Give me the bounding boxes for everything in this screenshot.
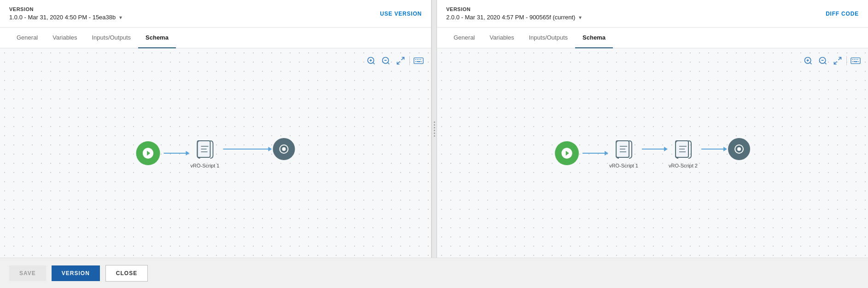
svg-point-21 [282, 147, 285, 151]
left-version-header: Version 1.0.0 - Mar 31, 2020 4:50 PM - 1… [0, 0, 431, 28]
svg-line-8 [397, 62, 400, 64]
right-tab-inputs-outputs[interactable]: Inputs/Outputs [521, 28, 575, 48]
left-start-node [136, 141, 160, 165]
right-script-node-2: vRO-Script 2 [669, 138, 698, 168]
right-tabs: General Variables Inputs/Outputs Schema [437, 28, 868, 48]
svg-line-7 [402, 58, 404, 60]
svg-line-28 [825, 63, 827, 64]
left-arrow-1 [164, 153, 187, 154]
left-end-node [273, 138, 295, 160]
right-canvas-divider [846, 56, 847, 65]
right-end-node [728, 138, 750, 160]
right-tab-variables[interactable]: Variables [482, 28, 521, 48]
left-keyboard-icon[interactable] [413, 55, 425, 67]
svg-line-31 [834, 62, 837, 64]
right-tab-general[interactable]: General [446, 28, 482, 48]
right-schema-canvas: vRO-Script 1 vRO-Script 2 [437, 48, 868, 258]
left-zoom-in-icon[interactable] [365, 55, 377, 67]
splitter-dot-1 [434, 121, 435, 123]
left-flow-diagram: vRO-Script 1 [136, 138, 295, 168]
left-version-chevron-icon[interactable]: ▾ [119, 14, 122, 21]
left-schema-canvas: vRO-Script 1 [0, 48, 431, 258]
svg-rect-9 [414, 58, 423, 64]
left-arrow-2 [223, 149, 269, 150]
right-start-node [555, 141, 579, 165]
splitter-dot-4 [434, 130, 435, 131]
splitter-dot-6 [434, 135, 435, 137]
svg-line-5 [388, 63, 390, 64]
right-version-header: Version 2.0.0 - Mar 31, 2020 4:57 PM - 9… [437, 0, 868, 28]
splitter-dot-2 [434, 124, 435, 126]
left-version-selector[interactable]: 1.0.0 - Mar 31, 2020 4:50 PM - 15ea38b ▾ [9, 14, 122, 21]
left-tab-variables[interactable]: Variables [45, 28, 84, 48]
splitter-dot-5 [434, 132, 435, 134]
right-zoom-in-icon[interactable] [802, 55, 814, 67]
right-keyboard-icon[interactable] [850, 55, 862, 67]
svg-point-48 [737, 147, 741, 151]
right-panel: Version 2.0.0 - Mar 31, 2020 4:57 PM - 9… [437, 0, 868, 258]
use-version-button[interactable]: USE VERSION [380, 11, 422, 17]
splitter-dot-3 [434, 127, 435, 128]
left-tabs: General Variables Inputs/Outputs Schema [0, 28, 431, 48]
right-version-selector[interactable]: 2.0.0 - Mar 31, 2020 4:57 PM - 900565f (… [446, 14, 582, 21]
left-panel: Version 1.0.0 - Mar 31, 2020 4:50 PM - 1… [0, 0, 431, 258]
right-arrow-1 [583, 153, 606, 154]
right-arrow-2 [642, 149, 665, 150]
svg-line-1 [373, 63, 375, 64]
right-zoom-out-icon[interactable] [817, 55, 829, 67]
left-tab-general[interactable]: General [9, 28, 45, 48]
left-version-group: Version 1.0.0 - Mar 31, 2020 4:50 PM - 1… [9, 6, 122, 21]
left-tab-inputs-outputs[interactable]: Inputs/Outputs [84, 28, 138, 48]
right-arrow-3 [701, 149, 724, 150]
svg-line-24 [810, 63, 812, 64]
right-script-1-label: vRO-Script 1 [609, 163, 638, 168]
left-tab-schema[interactable]: Schema [138, 28, 176, 48]
svg-rect-32 [851, 58, 860, 64]
right-version-value: 2.0.0 - Mar 31, 2020 4:57 PM - 900565f (… [446, 14, 575, 21]
left-canvas-divider [409, 56, 410, 65]
diff-code-button[interactable]: DIFF CODE [826, 11, 859, 17]
right-canvas-toolbar [802, 55, 862, 67]
right-version-label: Version [446, 6, 582, 12]
left-fit-icon[interactable] [395, 55, 407, 67]
right-version-chevron-icon[interactable]: ▾ [579, 14, 582, 21]
left-version-value: 1.0.0 - Mar 31, 2020 4:50 PM - 15ea38b [9, 14, 116, 21]
right-version-group: Version 2.0.0 - Mar 31, 2020 4:57 PM - 9… [446, 6, 582, 21]
right-tab-schema[interactable]: Schema [575, 28, 613, 48]
svg-line-30 [839, 58, 841, 60]
left-script-node-1: vRO-Script 1 [191, 138, 220, 168]
version-button[interactable]: VERSION [52, 265, 100, 281]
right-fit-icon[interactable] [832, 55, 844, 67]
panel-splitter[interactable] [431, 0, 437, 258]
left-canvas-toolbar [365, 55, 425, 67]
footer: SAVE VERSION CLOSE [0, 258, 868, 288]
right-flow-diagram: vRO-Script 1 vRO-Script 2 [555, 138, 750, 168]
left-zoom-out-icon[interactable] [380, 55, 392, 67]
right-script-2-label: vRO-Script 2 [669, 163, 698, 168]
right-script-node-1: vRO-Script 1 [609, 138, 638, 168]
save-button: SAVE [9, 265, 46, 281]
close-button[interactable]: CLOSE [105, 265, 148, 282]
left-version-label: Version [9, 6, 122, 12]
left-script-1-label: vRO-Script 1 [191, 163, 220, 168]
